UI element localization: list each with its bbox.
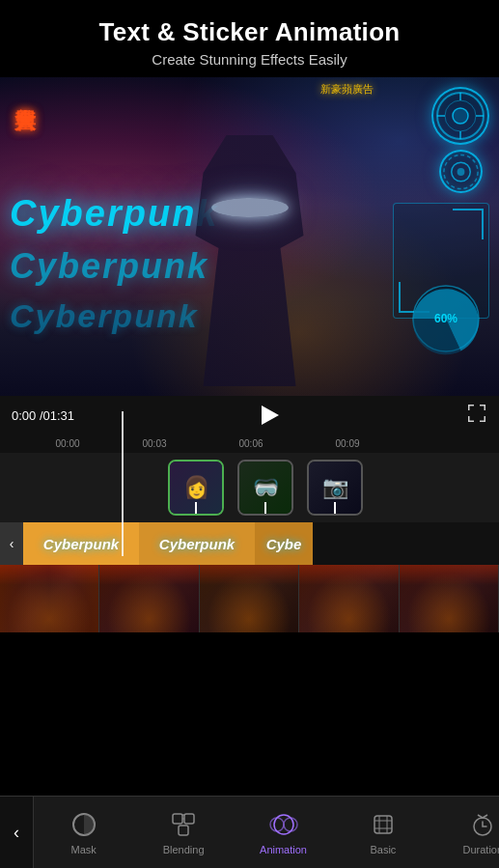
svg-rect-26 <box>374 816 392 833</box>
track-arrow[interactable]: ‹ <box>0 522 23 565</box>
toolbar-mask[interactable]: Mask <box>34 809 133 855</box>
cyber-text-bot: Cyberpunk <box>10 297 199 335</box>
toolbar-basic[interactable]: Basic <box>333 809 432 855</box>
thumb-5 <box>400 565 499 632</box>
svg-rect-21 <box>184 814 194 824</box>
toolbar-blending[interactable]: Blending <box>133 809 233 855</box>
playback-bar: 0:00 /01:31 <box>0 396 499 434</box>
back-icon: ‹ <box>14 823 19 843</box>
time-display: 0:00 /01:31 <box>12 408 74 423</box>
animation-label: Animation <box>260 844 307 855</box>
toolbar-animation[interactable]: Animation <box>234 809 333 855</box>
bottom-toolbar: Mask Blending Animation <box>34 796 499 868</box>
toolbar-duration[interactable]: Duration <box>433 809 499 855</box>
time-ruler: 00:00 00:03 00:06 00:09 <box>0 434 499 453</box>
blending-icon <box>168 809 199 840</box>
thumb-3 <box>200 565 299 632</box>
cyber-text-top: Cyberpunk <box>10 193 218 235</box>
hud-circle-1 <box>431 87 489 145</box>
page-subtitle: Create Stunning Effects Easily <box>19 51 480 68</box>
back-button[interactable]: ‹ <box>0 796 34 868</box>
time-mark-6: 00:06 <box>203 438 299 449</box>
hud-pie-container: 60% <box>407 280 485 357</box>
thumb-4 <box>299 565 399 632</box>
thumb-2 <box>99 565 199 632</box>
duration-label: Duration <box>463 844 499 855</box>
sticker-camera[interactable]: 📷 <box>307 460 363 516</box>
basic-label: Basic <box>370 844 396 855</box>
svg-rect-22 <box>179 826 188 835</box>
video-preview: 大興奮 新豪蘋廣告 Cyberpunk Cyberpunk Cyb <box>0 77 499 396</box>
playhead <box>122 411 124 556</box>
svg-rect-14 <box>485 405 486 410</box>
sticker-needle-2 <box>264 502 266 516</box>
mask-icon <box>69 809 99 840</box>
fullscreen-button[interactable] <box>466 403 487 429</box>
text-segment-2[interactable]: Cyberpunk <box>139 522 255 565</box>
sticker-track: 👩 🥽 📷 <box>0 453 499 522</box>
sticker-needle-3 <box>334 502 336 516</box>
time-mark-9: 00:09 <box>299 438 396 449</box>
video-thumb-track <box>0 565 499 632</box>
sticker-glasses[interactable]: 🥽 <box>237 460 293 516</box>
svg-point-25 <box>284 818 297 831</box>
cyber-text-mid: Cyberpunk <box>10 246 208 287</box>
svg-point-24 <box>270 818 284 831</box>
page-title: Text & Sticker Animation <box>19 17 480 47</box>
mask-label: Mask <box>71 844 97 855</box>
sticker-needle-1 <box>195 502 197 516</box>
animation-icon <box>268 809 299 840</box>
svg-point-2 <box>453 108 468 124</box>
text-track-content: Cyberpunk Cyberpunk Cybe <box>23 522 499 565</box>
text-animation-track: ‹ Cyberpunk Cyberpunk Cybe <box>0 522 499 565</box>
play-button[interactable] <box>257 402 284 429</box>
text-segment-3[interactable]: Cybe <box>255 522 313 565</box>
play-icon <box>262 406 279 425</box>
blending-label: Blending <box>163 844 205 855</box>
time-mark-0: 00:00 <box>29 438 106 449</box>
time-mark-3: 00:03 <box>106 438 203 449</box>
svg-rect-20 <box>173 814 182 824</box>
svg-rect-12 <box>468 405 470 410</box>
timeline: 00:00 00:03 00:06 00:09 👩 🥽 📷 ‹ Cyberpun… <box>0 434 499 632</box>
hud-circles <box>431 87 489 193</box>
neon-sign-chinese-2: 新豪蘋廣告 <box>320 82 374 97</box>
glasses-glow <box>211 198 289 217</box>
basic-icon <box>368 809 399 840</box>
hud-percent-label: 60% <box>434 312 457 325</box>
hud-circle-2 <box>439 150 483 193</box>
duration-icon <box>467 809 498 840</box>
sticker-person[interactable]: 👩 <box>168 460 224 516</box>
thumb-1 <box>0 565 99 632</box>
svg-rect-16 <box>468 416 470 422</box>
svg-rect-18 <box>485 416 486 422</box>
svg-point-9 <box>457 168 464 176</box>
header: Text & Sticker Animation Create Stunning… <box>0 0 499 77</box>
